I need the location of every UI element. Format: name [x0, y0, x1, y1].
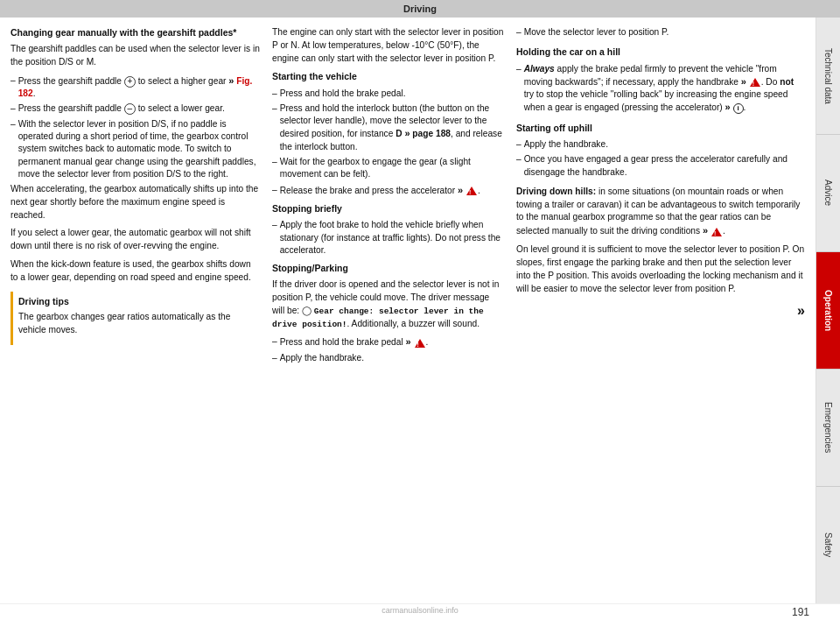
- starting-uphill-title: Starting off uphill: [516, 122, 805, 135]
- list-item: – Press and hold the brake pedal » .: [272, 335, 504, 349]
- minus-icon: –: [124, 103, 136, 115]
- stopping-parking-title: Stopping/Parking: [272, 262, 504, 275]
- list-item: – Apply the handbrake.: [272, 352, 504, 364]
- para2: If you select a lower gear, the automati…: [10, 227, 260, 253]
- sidebar-tab-operation[interactable]: Operation: [816, 252, 840, 370]
- list-item: – Once you have engaged a gear press the…: [516, 153, 805, 179]
- list-item: – Press and hold the interlock button (t…: [272, 102, 504, 153]
- sidebar-tab-advice[interactable]: Advice: [816, 135, 840, 252]
- list-item: – Apply the foot brake to hold the vehic…: [272, 219, 504, 257]
- list-item: – Apply the handbrake.: [516, 138, 805, 151]
- list-item: – Release the brake and press the accele…: [272, 184, 504, 197]
- starting-title: Starting the vehicle: [272, 70, 504, 83]
- warning-triangle: [415, 339, 425, 348]
- para3: When the kick-down feature is used, the …: [10, 258, 260, 285]
- warning-triangle-2: [711, 228, 722, 236]
- sidebar-tab-safety[interactable]: Safety: [816, 487, 840, 603]
- col-right: – Move the selector lever to position P.…: [516, 26, 805, 595]
- col-mid: The engine can only start with the selec…: [272, 26, 504, 595]
- mid-intro: The engine can only start with the selec…: [272, 26, 504, 65]
- warning-triangle: [750, 78, 760, 87]
- driving-tips-box: Driving tips The gearbox changes gear ra…: [10, 292, 260, 346]
- warning-triangle: [466, 187, 477, 195]
- page-container: Driving Changing gear manually with the …: [0, 0, 840, 620]
- driving-tips-title: Driving tips: [18, 295, 255, 308]
- right-sidebar: Technical data Advice Operation Emergenc…: [816, 18, 840, 603]
- list-item: – Always apply the brake pedal firmly to…: [516, 63, 805, 115]
- main-title: Changing gear manually with the gearshif…: [10, 26, 260, 39]
- para1: When accelerating, the gearbox automatic…: [10, 183, 260, 222]
- plus-icon: +: [124, 76, 136, 88]
- list-item: – Press the gearshift paddle + to select…: [10, 74, 260, 101]
- sidebar-tab-emergencies[interactable]: Emergencies: [816, 370, 840, 487]
- engine-icon: ◯: [302, 305, 312, 318]
- list-item: – Press the gearshift paddle – to select…: [10, 102, 260, 115]
- list-item: – Move the selector lever to position P.: [516, 26, 805, 39]
- stopping-title: Stopping briefly: [272, 202, 504, 215]
- holding-title: Holding the car on a hill: [516, 46, 805, 59]
- intro-text: The gearshift paddles can be used when t…: [10, 43, 260, 69]
- dbl-arrow-right: »: [516, 300, 805, 321]
- level-ground-text: On level ground it is sufficient to move…: [516, 243, 805, 295]
- header-title: Driving: [403, 4, 437, 14]
- page-number: 191: [792, 606, 809, 618]
- text-area: Changing gear manually with the gearshif…: [0, 18, 816, 603]
- stopping-parking-text: If the driver door is opened and the sel…: [272, 278, 504, 330]
- top-bar: Driving: [0, 0, 840, 18]
- watermark: carmanualsonline.info: [382, 606, 458, 615]
- info-icon: i: [733, 103, 744, 114]
- sidebar-tab-technical[interactable]: Technical data: [816, 18, 840, 135]
- list-item: – Wait for the gearbox to engage the gea…: [272, 156, 504, 181]
- main-content: Changing gear manually with the gearshif…: [0, 18, 840, 603]
- col-left: Changing gear manually with the gearshif…: [10, 26, 260, 595]
- list-item: – With the selector lever in position D/…: [10, 118, 260, 180]
- list-item: – Press and hold the brake pedal.: [272, 88, 504, 100]
- driving-tips-text: The gearbox changes gear ratios automati…: [18, 311, 255, 337]
- driving-downhill-text: Driving down hills: in some situations (…: [516, 186, 805, 238]
